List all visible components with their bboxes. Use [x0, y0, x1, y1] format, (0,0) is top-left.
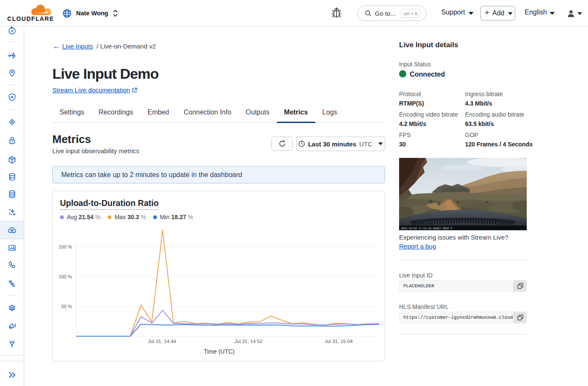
svg-text:Jul 31, 14:44: Jul 31, 14:44 [148, 339, 176, 344]
svg-text:Time (UTC): Time (UTC) [204, 348, 235, 355]
svg-text:Jul 31, 15:04: Jul 31, 15:04 [325, 339, 353, 344]
svg-text:150 %: 150 % [59, 244, 72, 249]
svg-text:2021/10/20 17:54:29 AUKEY DROZ: 2021/10/20 17:54:29 AUKEY DROZ P [401, 227, 452, 230]
svg-text:100 %: 100 % [59, 274, 72, 279]
svg-text:Jul 31, 14:52: Jul 31, 14:52 [234, 339, 263, 344]
svg-text:50 %: 50 % [61, 304, 72, 309]
